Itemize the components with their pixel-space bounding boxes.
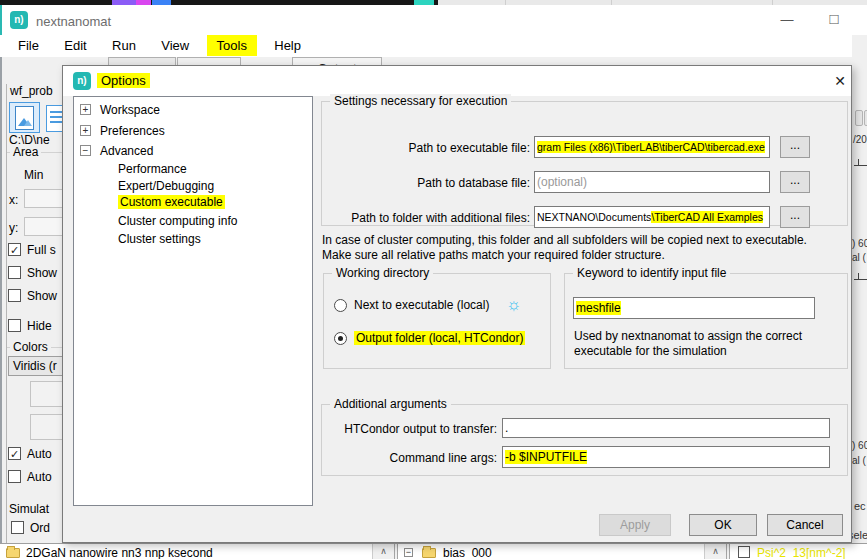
- output-folder-item[interactable]: 2DGaN nanowire nn3 nnp ksecond: [26, 546, 366, 559]
- next-to-executable-radio[interactable]: [334, 299, 347, 312]
- executable-path-label: Path to executable file:: [332, 141, 530, 155]
- tree-item-expert-debugging[interactable]: Expert/Debugging: [118, 179, 214, 193]
- working-directory-group: Working directory Next to executable (lo…: [323, 273, 551, 369]
- app-logo-icon: n): [10, 11, 28, 29]
- tree-collapse-icon[interactable]: −: [404, 548, 413, 557]
- plot-view-button[interactable]: [9, 102, 40, 133]
- bias-tree-item[interactable]: bias_000: [443, 546, 693, 559]
- cluster-note-line1: In case of cluster computing, this folde…: [322, 233, 807, 247]
- working-directory-title: Working directory: [332, 266, 433, 280]
- options-tree: + Workspace + Preferences − Advanced Per…: [73, 96, 313, 506]
- min-column-header: Min: [24, 168, 43, 182]
- scroll-up-button[interactable]: ∧: [372, 544, 394, 559]
- htcondor-output-input[interactable]: .: [502, 418, 830, 438]
- options-dialog: n) Options ✕ + Workspace + Preferences −…: [62, 65, 852, 543]
- hint-bulb-icon: ☼: [506, 296, 522, 313]
- menu-bar: File Edit Run View Tools Help: [0, 35, 867, 57]
- tree-item-cluster-settings[interactable]: Cluster settings: [118, 232, 201, 246]
- menu-view[interactable]: View: [153, 35, 197, 56]
- palette-dropdown[interactable]: Viridis (r: [8, 356, 70, 376]
- full-scale-label: Full s: [27, 243, 56, 257]
- tree-item-performance[interactable]: Performance: [118, 162, 187, 176]
- collapse-icon[interactable]: −: [80, 145, 91, 156]
- menu-file[interactable]: File: [10, 35, 47, 56]
- axis-fragment: al (: [852, 455, 866, 466]
- colors-group-title: Colors: [10, 340, 51, 354]
- executable-path-input[interactable]: gram Files (x86)\TiberLAB\tiberCAD\tiber…: [534, 136, 770, 158]
- bottom-file-panels: 2DGaN nanowire nn3 nnp ksecond ∧ − bias_…: [0, 543, 867, 559]
- hide-label: Hide: [27, 319, 52, 333]
- show-checkbox-2[interactable]: [8, 289, 21, 302]
- next-to-executable-label: Next to executable (local): [354, 298, 489, 312]
- order-label: Ord: [30, 521, 50, 535]
- menu-edit[interactable]: Edit: [56, 35, 94, 56]
- expand-icon[interactable]: +: [80, 125, 91, 136]
- cluster-note-line2: Make sure all relative paths match your …: [322, 248, 665, 262]
- expand-icon[interactable]: +: [80, 104, 91, 115]
- sidebar-panel: wf_prob C:\D\ne Area Min x: y: ✓ Full s …: [0, 57, 70, 544]
- window-title: nextnanomat: [36, 14, 111, 29]
- scroll-up-button[interactable]: ∧: [704, 544, 726, 559]
- axis-fragment: ) 60: [852, 440, 867, 451]
- additional-files-path-input[interactable]: NEXTNANO\Documents\TiberCAD All Examples: [534, 206, 770, 228]
- apply-button[interactable]: Apply: [599, 514, 671, 536]
- dialog-close-icon[interactable]: ✕: [831, 72, 849, 90]
- tree-item-advanced[interactable]: Advanced: [100, 144, 153, 158]
- axis-fragment: al (: [852, 252, 866, 263]
- keyword-group-title: Keyword to identify input file: [573, 266, 730, 280]
- browse-additional-files-button[interactable]: ...: [780, 206, 810, 228]
- minimize-button[interactable]: —: [777, 12, 797, 27]
- auto-checkbox-1[interactable]: ✓: [8, 447, 21, 460]
- additional-files-path-label: Path to folder with additional files:: [332, 211, 530, 225]
- browse-executable-button[interactable]: ...: [780, 136, 810, 158]
- output-folder-radio[interactable]: [334, 332, 347, 345]
- menu-help[interactable]: Help: [266, 35, 309, 56]
- menu-run[interactable]: Run: [104, 35, 144, 56]
- toolbar-fragment: [855, 110, 863, 126]
- auto-checkbox-2[interactable]: [8, 470, 21, 483]
- trace-item-label[interactable]: Psi^2_13[nm^-2]: [757, 546, 867, 559]
- command-line-args-value: -b $INPUTFILE: [505, 450, 587, 464]
- axis-fragment: /20: [853, 134, 867, 145]
- settings-group: Settings necessary for execution Path to…: [321, 101, 848, 226]
- menu-tools[interactable]: Tools: [207, 35, 257, 56]
- auto-label-1: Auto: [27, 447, 52, 461]
- keyword-group: Keyword to identify input file meshfile …: [564, 273, 848, 369]
- database-path-input[interactable]: (optional): [534, 171, 770, 193]
- order-checkbox[interactable]: [11, 521, 24, 534]
- tree-item-workspace[interactable]: Workspace: [100, 103, 160, 117]
- simulation-group-title: Simulat: [9, 502, 49, 516]
- mountain-shape: [24, 120, 32, 126]
- browse-database-button[interactable]: ...: [780, 171, 810, 193]
- show-checkbox-1[interactable]: [8, 266, 21, 279]
- database-path-label: Path to database file:: [332, 176, 530, 190]
- auto-label-2: Auto: [27, 470, 52, 484]
- additional-arguments-group: Additional arguments HTCondor output to …: [321, 404, 848, 476]
- tree-item-preferences[interactable]: Preferences: [100, 124, 165, 138]
- area-group-title: Area: [10, 145, 41, 159]
- keyword-help-line2: executable for the simulation: [574, 344, 727, 358]
- cancel-button[interactable]: Cancel: [767, 514, 843, 536]
- maximize-button[interactable]: □: [824, 10, 844, 27]
- additional-files-path-highlight: \TiberCAD All Examples: [651, 211, 763, 223]
- tree-item-cluster-computing-info[interactable]: Cluster computing info: [118, 214, 237, 228]
- command-line-args-label: Command line args:: [332, 451, 497, 465]
- full-scale-checkbox[interactable]: ✓: [8, 243, 21, 256]
- text-fragment: sele: [852, 529, 867, 541]
- axis-line: [854, 279, 867, 280]
- y-label: y:: [9, 221, 18, 235]
- executable-path-value: gram Files (x86)\TiberLAB\tiberCAD\tiber…: [537, 141, 765, 153]
- keyword-help-line1: Used by nextnanomat to assign the correc…: [574, 329, 802, 343]
- sidebar-file-name: wf_prob: [10, 84, 53, 98]
- trace-checkbox[interactable]: [738, 546, 750, 558]
- tree-item-custom-executable[interactable]: Custom executable: [118, 195, 225, 209]
- show-label-2: Show: [27, 289, 57, 303]
- command-line-args-input[interactable]: -b $INPUTFILE: [502, 446, 830, 468]
- additional-files-path-plain: NEXTNANO\Documents: [537, 211, 651, 223]
- axis-line: [854, 165, 867, 166]
- additional-arguments-title: Additional arguments: [330, 397, 451, 411]
- folder-icon: [422, 548, 436, 558]
- ok-button[interactable]: OK: [689, 514, 757, 536]
- keyword-input[interactable]: meshfile: [573, 297, 815, 319]
- hide-checkbox[interactable]: [8, 319, 21, 332]
